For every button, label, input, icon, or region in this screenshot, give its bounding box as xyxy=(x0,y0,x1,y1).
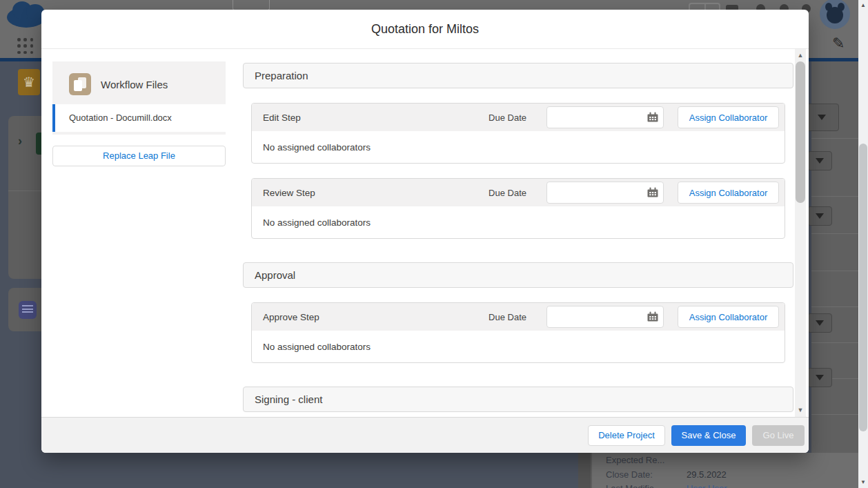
assign-collaborator-button[interactable]: Assign Collaborator xyxy=(678,182,779,204)
workflow-files-title: Workflow Files xyxy=(101,79,168,90)
dropdown-arrow-icon xyxy=(807,151,832,170)
step-header: Edit Step Due Date As xyxy=(252,104,785,131)
workflow-file-item[interactable]: Quotation - Documill.docx xyxy=(52,104,226,132)
user-avatar xyxy=(820,0,850,29)
due-date-input[interactable] xyxy=(546,182,664,204)
due-date-label: Due Date xyxy=(489,113,526,123)
section-header-preparation: Preparation xyxy=(243,63,793,88)
due-date-input[interactable] xyxy=(546,306,664,328)
page: ✎ ♛ › Expected Re... Close Date: 29.5.20… xyxy=(0,0,868,488)
page-scrollbar[interactable]: ▲ ▼ xyxy=(858,0,868,488)
due-date-input[interactable] xyxy=(546,106,664,128)
detail-value-link: User User xyxy=(687,483,727,488)
dropdown-arrow-icon xyxy=(807,206,832,226)
section-header-approval: Approval xyxy=(243,262,793,288)
step-card-review: Review Step Due Date xyxy=(251,178,785,239)
record-details-dimmed: Expected Re... Close Date: 29.5.2022 Las… xyxy=(592,453,858,488)
workflow-files-panel: Workflow Files Quotation - Documill.docx xyxy=(52,61,226,135)
section-header-signing-client: Signing - client xyxy=(243,387,793,412)
files-icon xyxy=(69,73,91,95)
dropdown-arrow-icon xyxy=(807,368,832,387)
step-header: Approve Step Due Date xyxy=(252,303,785,331)
due-date-label: Due Date xyxy=(489,312,526,322)
modal-body: Workflow Files Quotation - Documill.docx… xyxy=(41,49,809,417)
due-date-label: Due Date xyxy=(489,188,526,198)
step-name: Edit Step xyxy=(263,113,489,123)
modal-scrollbar-thumb[interactable] xyxy=(796,61,805,203)
table-column-dimmed xyxy=(578,453,591,488)
notes-list-icon xyxy=(19,301,37,319)
app-launcher-icon xyxy=(17,38,34,55)
assign-collaborator-button[interactable]: Assign Collaborator xyxy=(678,306,779,328)
delete-project-button[interactable]: Delete Project xyxy=(588,425,665,446)
modal-footer: Delete Project Save & Close Go Live xyxy=(41,417,809,453)
step-header: Review Step Due Date xyxy=(252,179,785,206)
scroll-down-icon[interactable]: ▼ xyxy=(795,407,806,413)
scroll-up-icon[interactable]: ▲ xyxy=(795,52,806,59)
detail-label: Last Modifie... xyxy=(606,483,662,488)
collaborators-empty-text: No assigned collaborators xyxy=(252,131,785,164)
workflow-modal: Quotation for Miltos Workflow Files Quot… xyxy=(41,10,809,453)
collaborators-empty-text: No assigned collaborators xyxy=(252,331,785,363)
calendar-icon[interactable] xyxy=(647,187,658,198)
replace-leap-file-button[interactable]: Replace Leap File xyxy=(52,146,226,166)
pencil-edit-icon: ✎ xyxy=(832,35,845,52)
assign-collaborator-button[interactable]: Assign Collaborator xyxy=(678,106,779,128)
detail-label: Expected Re... xyxy=(606,455,664,465)
global-search-box xyxy=(233,0,270,10)
dropdown-arrow-icon xyxy=(807,313,832,333)
calendar-icon[interactable] xyxy=(647,311,658,322)
step-card-approve: Approve Step Due Date xyxy=(251,302,785,363)
collaborators-empty-text: No assigned collaborators xyxy=(252,206,785,239)
crown-record-icon: ♛ xyxy=(18,69,40,95)
calendar-icon[interactable] xyxy=(647,112,658,123)
step-name: Review Step xyxy=(263,188,489,198)
detail-label: Close Date: xyxy=(606,469,653,480)
step-name: Approve Step xyxy=(263,312,489,322)
dropdown-arrow-icon xyxy=(805,104,839,131)
go-live-button[interactable]: Go Live xyxy=(752,425,805,446)
detail-value: 29.5.2022 xyxy=(687,469,727,480)
scroll-up-icon[interactable]: ▲ xyxy=(858,2,868,8)
modal-scrollbar[interactable]: ▲ ▼ xyxy=(795,49,806,417)
save-and-close-button[interactable]: Save & Close xyxy=(671,425,746,446)
scroll-down-icon[interactable]: ▼ xyxy=(858,479,868,485)
modal-title: Quotation for Miltos xyxy=(41,10,809,49)
step-card-edit: Edit Step Due Date As xyxy=(251,103,785,164)
chevron-right-icon: › xyxy=(18,134,22,148)
page-scrollbar-thumb[interactable] xyxy=(859,144,867,431)
